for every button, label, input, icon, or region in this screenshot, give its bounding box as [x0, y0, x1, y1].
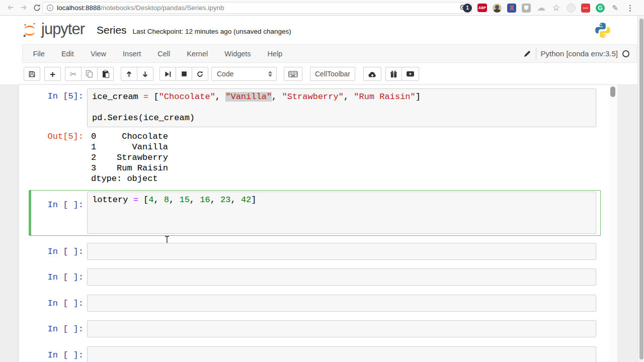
restart-icon [196, 70, 204, 78]
gift-icon [390, 70, 397, 78]
paste-icon [102, 70, 109, 78]
celltoolbar-button[interactable]: CellToolbar [310, 67, 355, 81]
empty-cell-1-prompt: In [ ]: [19, 246, 84, 257]
empty-cell-5-editor[interactable] [87, 346, 596, 362]
checkpoint-status: Last Checkpoint: 12 minutes ago (unsaved… [133, 28, 291, 35]
pen-extension-icon[interactable]: ✎ [610, 3, 620, 13]
empty-cell-4-prompt: In [ ]: [19, 324, 84, 334]
page-info-icon[interactable]: i [47, 5, 53, 11]
arrow-up-icon [125, 70, 133, 78]
menubar: File Edit View Insert Cell Kernel Widget… [22, 44, 637, 63]
copy-cell-button[interactable] [81, 67, 98, 81]
restart-kernel-button[interactable] [192, 67, 208, 81]
empty-cell-2-prompt: In [ ]: [19, 272, 84, 283]
cell-type-value: Code [217, 70, 233, 78]
menu-file[interactable]: File [25, 50, 53, 58]
empty-cell-3-prompt: In [ ]: [19, 298, 84, 309]
jupyter-wordmark: jupyter [41, 20, 85, 38]
toolbar: + ✂ [0, 63, 637, 85]
notebook-scrollbar[interactable] [609, 85, 617, 362]
menubar-separator [536, 48, 536, 60]
interrupt-kernel-button[interactable] [176, 67, 192, 81]
cloud-upload-button[interactable] [363, 67, 381, 81]
password-extension-icon[interactable]: ••• [581, 4, 590, 13]
url-path: /notebooks/Desktop/pandas/Series.ipynb [101, 4, 224, 12]
forward-arrow-icon [20, 4, 28, 12]
blue-extension-icon[interactable]: X [507, 4, 516, 13]
cut-cell-button[interactable]: ✂ [65, 67, 82, 81]
python-logo-icon [594, 22, 611, 41]
code-line: lottery = [4, 8, 15, 16, 23, 42] [92, 195, 596, 205]
jupyter-logo[interactable]: jupyter [22, 22, 85, 39]
command-palette-button[interactable] [284, 67, 302, 81]
reload-button[interactable] [30, 1, 43, 14]
empty-cell-1-editor[interactable] [87, 243, 596, 260]
keyboard-icon [288, 70, 298, 78]
move-cell-down-button[interactable] [137, 67, 153, 81]
bookmark-star-icon[interactable]: ☆ [551, 3, 561, 13]
notebook-area: In [5]: ice_cream = ["Chocolate", "Vanil… [0, 85, 637, 362]
cloud-extension-icon[interactable]: ☁ [536, 3, 546, 13]
notebook-header: jupyter Series Last Checkpoint: 12 minut… [0, 16, 637, 44]
menu-help[interactable]: Help [259, 50, 291, 58]
stop-icon [181, 70, 188, 77]
celltoolbar-label: CellToolbar [315, 70, 350, 78]
empty-cell-4-editor[interactable] [87, 320, 596, 337]
cell2-input-prompt: In [ ]: [19, 200, 84, 210]
gift-button[interactable] [385, 67, 402, 81]
run-cell-button[interactable] [159, 67, 176, 81]
notebook-title[interactable]: Series [97, 24, 127, 36]
arrow-down-icon [141, 70, 149, 78]
back-arrow-icon [7, 4, 15, 12]
menu-insert[interactable]: Insert [115, 50, 149, 58]
url-bar[interactable]: i localhost:8888/notebooks/Desktop/panda… [42, 2, 472, 14]
browser-menu-icon[interactable]: ⋮ [625, 3, 635, 13]
menu-edit[interactable]: Edit [53, 50, 82, 58]
add-cell-button[interactable]: + [44, 67, 61, 81]
empty-cell-5-prompt: In [ ]: [19, 350, 84, 360]
notebook-scrollbar-thumb[interactable] [610, 86, 615, 97]
move-cell-up-button[interactable] [121, 67, 137, 81]
jupyter-logo-icon [22, 22, 37, 39]
menu-widgets[interactable]: Widgets [216, 50, 259, 58]
extension-icons: 1 ABP X ☁ ☆ ••• G ✎ ⋮ [463, 0, 635, 16]
code-line: ice_cream = ["Chocolate", "Vanilla", "St… [92, 92, 596, 102]
scissors-icon: ✂ [70, 69, 76, 79]
menu-cell[interactable]: Cell [149, 50, 179, 58]
notebook-container: In [5]: ice_cream = ["Chocolate", "Vanil… [19, 85, 610, 362]
run-icon [164, 70, 172, 78]
plus-icon: + [50, 69, 55, 79]
counter-extension-icon[interactable]: 1 [463, 4, 472, 13]
paste-cell-button[interactable] [97, 67, 114, 81]
save-icon [28, 70, 36, 78]
cloud-upload-icon [368, 70, 377, 78]
inactive-extension-icon[interactable] [567, 4, 576, 13]
cell1-code-editor[interactable]: ice_cream = ["Chocolate", "Vanilla", "St… [87, 88, 596, 127]
active-cell[interactable]: lottery = [4, 8, 15, 16, 23, 42] [29, 190, 601, 236]
menu-kernel[interactable]: Kernel [179, 50, 216, 58]
forward-button[interactable] [17, 1, 30, 14]
menu-view[interactable]: View [82, 50, 114, 58]
code-line: pd.Series(ice_cream) [92, 113, 596, 123]
kernel-name: Python [conda env:3.5] [541, 49, 618, 58]
shield-extension-icon[interactable] [522, 4, 531, 13]
profile-avatar[interactable] [493, 4, 502, 13]
cell-type-select[interactable]: Code [211, 67, 277, 81]
empty-cell-2-editor[interactable] [87, 268, 596, 286]
adblock-extension-icon[interactable]: ABP [477, 4, 487, 12]
reload-icon [33, 4, 41, 12]
copy-icon [86, 70, 93, 78]
cell1-output-prompt: Out[5]: [19, 131, 84, 142]
kernel-status-indicator [622, 50, 629, 57]
back-button[interactable] [4, 1, 17, 14]
cell1-input-prompt: In [5]: [19, 91, 84, 102]
window-scrollbar[interactable] [637, 16, 644, 362]
url-text: localhost:8888/notebooks/Desktop/pandas/… [57, 4, 456, 12]
select-arrows-icon [268, 71, 272, 77]
save-button[interactable] [24, 67, 40, 81]
empty-cell-3-editor[interactable] [87, 295, 596, 312]
grammarly-extension-icon[interactable]: G [596, 4, 605, 13]
youtube-button[interactable] [401, 67, 419, 81]
cell2-code-editor[interactable]: lottery = [4, 8, 15, 16, 23, 42] [87, 192, 596, 234]
window-scrollbar-thumb[interactable] [639, 19, 643, 359]
